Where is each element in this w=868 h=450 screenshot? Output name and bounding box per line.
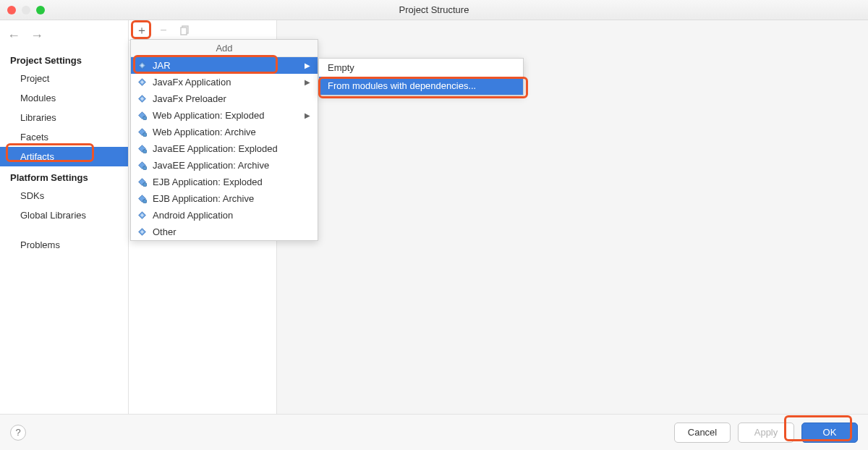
sidebar: ← → Project Settings Project Modules Lib…	[0, 20, 129, 414]
window-title: Project Structure	[0, 4, 868, 15]
dd-item-web-application-exploded[interactable]: Web Application: Exploded▶	[131, 107, 318, 124]
artifact-type-icon	[137, 144, 147, 154]
dd-item-javafx-application[interactable]: JavaFx Application▶	[131, 74, 318, 90]
add-dropdown: Add JAR▶JavaFx Application▶JavaFx Preloa…	[130, 39, 318, 241]
dd-item-label: JavaFx Preloader	[153, 93, 310, 104]
dd-item-javafx-preloader[interactable]: JavaFx Preloader	[131, 90, 318, 107]
sidebar-item-modules[interactable]: Modules	[0, 88, 128, 108]
svg-rect-1	[181, 27, 187, 35]
artifacts-toolbar: ＋ −	[129, 20, 276, 41]
add-dropdown-header: Add	[131, 40, 318, 57]
artifact-type-icon	[137, 77, 147, 88]
copy-button	[178, 23, 192, 38]
help-button[interactable]: ?	[10, 425, 26, 441]
titlebar: Project Structure	[0, 0, 868, 20]
sub-item-empty[interactable]: Empty	[319, 59, 523, 77]
chevron-right-icon: ▶	[305, 78, 310, 86]
back-icon[interactable]: ←	[7, 29, 20, 42]
dd-item-label: Android Application	[153, 210, 310, 221]
chevron-right-icon: ▶	[305, 61, 310, 69]
dd-item-label: EJB Application: Archive	[153, 193, 310, 204]
section-project-settings: Project Settings	[0, 49, 128, 69]
history-nav: ← →	[0, 25, 128, 49]
dd-item-label: Web Application: Exploded	[153, 110, 296, 121]
sidebar-item-problems[interactable]: Problems	[0, 235, 128, 255]
section-platform-settings: Platform Settings	[0, 166, 128, 186]
dd-item-label: JavaFx Application	[153, 77, 296, 88]
remove-button: −	[156, 23, 171, 38]
sub-item-from-modules-with-dependencies[interactable]: From modules with dependencies...	[319, 77, 523, 95]
add-button[interactable]: ＋	[135, 23, 149, 38]
dd-item-label: EJB Application: Exploded	[153, 177, 310, 187]
cancel-button[interactable]: Cancel	[674, 423, 731, 443]
dd-item-ejb-application-archive[interactable]: EJB Application: Archive	[131, 190, 318, 207]
sidebar-item-sdks[interactable]: SDKs	[0, 186, 128, 205]
dd-item-javaee-application-exploded[interactable]: JavaEE Application: Exploded	[131, 140, 318, 157]
dd-item-javaee-application-archive[interactable]: JavaEE Application: Archive	[131, 157, 318, 174]
dd-item-label: Web Application: Archive	[153, 127, 310, 137]
artifact-type-icon	[137, 227, 147, 237]
jar-submenu: EmptyFrom modules with dependencies...	[318, 58, 524, 95]
dd-item-ejb-application-exploded[interactable]: EJB Application: Exploded	[131, 174, 318, 190]
artifact-type-icon	[137, 111, 147, 121]
dd-item-label: JAR	[153, 60, 296, 71]
forward-icon: →	[30, 29, 43, 42]
dd-item-web-application-archive[interactable]: Web Application: Archive	[131, 124, 318, 140]
sidebar-item-facets[interactable]: Facets	[0, 127, 128, 147]
artifact-type-icon	[137, 127, 147, 137]
ok-button[interactable]: OK	[801, 423, 858, 443]
sidebar-item-project[interactable]: Project	[0, 69, 128, 88]
sidebar-item-libraries[interactable]: Libraries	[0, 108, 128, 127]
dd-item-jar[interactable]: JAR▶	[131, 57, 318, 74]
artifact-type-icon	[137, 177, 147, 187]
chevron-right-icon: ▶	[305, 111, 310, 119]
dd-item-label: JavaEE Application: Exploded	[153, 143, 310, 154]
dd-item-android-application[interactable]: Android Application	[131, 207, 318, 224]
artifact-type-icon	[137, 61, 147, 71]
dd-item-label: Other	[153, 226, 310, 237]
bottombar: ? Cancel Apply OK	[0, 414, 868, 450]
artifact-type-icon	[137, 161, 147, 171]
sidebar-item-artifacts[interactable]: Artifacts	[0, 147, 128, 166]
artifact-type-icon	[137, 194, 147, 204]
dd-item-label: JavaEE Application: Archive	[153, 160, 310, 171]
apply-button: Apply	[738, 423, 794, 443]
sidebar-item-global-libraries[interactable]: Global Libraries	[0, 205, 128, 225]
dd-item-other[interactable]: Other	[131, 224, 318, 240]
artifact-type-icon	[137, 94, 147, 104]
artifact-type-icon	[137, 211, 147, 221]
